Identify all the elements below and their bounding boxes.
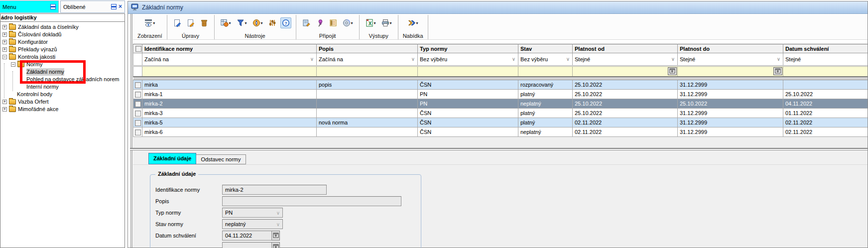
collapse-icon[interactable]: − [11, 62, 15, 67]
delete-record-button[interactable] [199, 17, 210, 28]
tree-item-kontrola-jakosti[interactable]: −Kontrola jakosti [0, 53, 124, 61]
calendar-button[interactable] [272, 242, 280, 248]
filter-input-typ-normy[interactable] [418, 67, 518, 77]
column-header-datum-schvaleni[interactable]: Datum schválení [783, 44, 868, 53]
tab-menu[interactable]: Menu [0, 0, 59, 13]
filter-button[interactable]: ▾ [235, 17, 248, 28]
compass-button[interactable]: ▾ [251, 17, 264, 28]
calendar-button[interactable] [668, 67, 677, 75]
edit-record-button[interactable] [185, 17, 196, 28]
filter-input-identifikace-normy[interactable] [142, 67, 317, 77]
dropdown-arrow-icon[interactable]: ▾ [153, 21, 155, 25]
filter-input-popis[interactable] [317, 67, 418, 77]
column-header-identifikace-normy[interactable]: Identifikace normy [142, 44, 317, 53]
field-row: Stav normyneplatný∨ [155, 219, 283, 229]
groupbox-title: Základní údaje [155, 171, 198, 177]
panel-splitter-gutter[interactable] [130, 14, 132, 248]
grid-row-mirka-6[interactable]: mirka-6ČSNneplatný02.11.202231.12.299902… [133, 127, 868, 137]
grid-cell: neplatný [518, 99, 573, 109]
new-record-button[interactable] [172, 17, 183, 28]
filter-input-platnost-do[interactable] [678, 67, 783, 77]
tree-item-zakladni-data-a-ciselniky[interactable]: +Základní data a číselníky [0, 23, 124, 31]
column-header-popis[interactable]: Popis [317, 44, 418, 53]
sliders-button[interactable] [267, 17, 278, 28]
excel-button[interactable]: X▾ [364, 17, 377, 28]
help-button[interactable]: ? [280, 17, 291, 28]
row-checkbox[interactable] [135, 111, 141, 117]
filter-select-popis[interactable]: Začíná na∨ [317, 53, 418, 66]
grid-cell: neplatný [518, 127, 573, 137]
filter-input-stav[interactable] [518, 67, 573, 77]
collapse-icon[interactable]: − [2, 55, 7, 59]
tree-item-interni-normy[interactable]: Interní normy [0, 83, 124, 91]
close-icon[interactable]: × [119, 4, 122, 9]
dropdown-arrow-icon[interactable]: ▾ [416, 21, 418, 25]
note-button[interactable] [301, 17, 312, 28]
field-input[interactable] [222, 242, 272, 248]
pin-button[interactable] [314, 17, 325, 28]
typ-normy-input[interactable]: PN∨ [222, 208, 283, 218]
grid-row-mirka[interactable]: mirkapopisČSNrozpracovaný25.10.202231.12… [133, 80, 868, 90]
chevron-down-icon: ∨ [310, 56, 314, 62]
tree-item-vazba-orfert[interactable]: +Vazba Orfert [0, 98, 124, 106]
filter-select-typ-normy[interactable]: Bez výběru∨ [418, 53, 518, 66]
tree-item-preklady-vyrazu[interactable]: +Překlady výrazů [0, 46, 124, 53]
popis-input[interactable] [222, 196, 401, 206]
select-all-header[interactable] [133, 44, 142, 53]
filter-select-platnost-od[interactable]: Stejné∨ [573, 53, 678, 66]
grid-row-mirka-1[interactable]: mirka-1PNplatný25.10.202231.12.299925.10… [133, 90, 868, 99]
row-checkbox[interactable] [135, 101, 141, 107]
filter-input-platnost-od[interactable] [573, 67, 678, 77]
expand-icon[interactable]: + [2, 40, 7, 44]
dropdown-arrow-icon[interactable]: ▾ [390, 21, 392, 25]
datum-schvaleni-input[interactable]: 04.11.2022 [222, 231, 272, 241]
stav-normy-input[interactable]: neplatný∨ [222, 219, 283, 229]
tree-item-label: Vazba Orfert [18, 98, 49, 106]
dropdown-arrow-icon[interactable]: ▾ [351, 21, 353, 25]
filter-select-stav[interactable]: Bez výběru∨ [518, 53, 573, 66]
disc-button[interactable]: ▾ [341, 17, 355, 28]
printer-button[interactable]: ▾ [380, 17, 393, 28]
dropdown-arrow-icon[interactable]: ▾ [245, 21, 247, 25]
checklist-button[interactable] [328, 17, 339, 28]
tree-item-mimoradne-akce[interactable]: +Mimořádné akce [0, 106, 124, 113]
tree-item-cislovani-dokladu[interactable]: +Číslování dokladů [0, 31, 124, 38]
expand-icon[interactable]: + [2, 47, 7, 52]
dropdown-arrow-icon[interactable]: ▾ [229, 21, 231, 25]
table-settings-button[interactable]: ▾ [219, 17, 233, 28]
tree-item-konfigurator[interactable]: +Konfigurátor [0, 38, 124, 46]
filter-select-datum-schvaleni[interactable]: Stejné∨ [783, 53, 868, 66]
column-header-platnost-do[interactable]: Platnost do [678, 44, 783, 53]
view-button[interactable]: ▾ [143, 17, 156, 28]
filter-select-platnost-do[interactable]: Stejné∨ [678, 53, 783, 66]
filter-input-datum-schvaleni[interactable] [783, 67, 868, 77]
column-header-stav[interactable]: Stav [518, 44, 573, 53]
identifikace-normy-input[interactable]: mirka-2 [222, 185, 327, 195]
row-checkbox[interactable] [135, 92, 141, 98]
tab-odstavec-normy[interactable]: Odstavec normy [196, 154, 246, 164]
header-checkbox[interactable] [135, 46, 141, 52]
dropdown-arrow-icon[interactable]: ▾ [261, 21, 263, 25]
grid-row-mirka-2[interactable]: mirka-2PNneplatný25.10.202225.10.202204.… [133, 99, 868, 109]
filter-select-identifikace-normy[interactable]: Začíná na∨ [142, 53, 317, 66]
tab-zakladni-udaje[interactable]: Základní údaje [148, 153, 196, 164]
calendar-button[interactable] [773, 67, 782, 75]
calendar-button[interactable] [272, 231, 280, 241]
expand-icon[interactable]: + [2, 107, 7, 112]
grid-cell: PN [418, 90, 518, 99]
row-checkbox[interactable] [135, 129, 141, 135]
chevrons-button[interactable]: ▾ [406, 17, 420, 28]
column-header-platnost-od[interactable]: Platnost od [573, 44, 678, 53]
dropdown-arrow-icon[interactable]: ▾ [374, 21, 376, 25]
tree-item-kontrolni-body[interactable]: Kontrolní body [0, 91, 124, 98]
row-checkbox[interactable] [135, 82, 141, 88]
row-checkbox[interactable] [135, 120, 141, 126]
grid-row-mirka-5[interactable]: mirka-5nová normaČSNplatný02.11.202231.1… [133, 118, 868, 127]
expand-icon[interactable]: + [2, 25, 7, 29]
expand-icon[interactable]: + [2, 32, 7, 37]
grid-row-mirka-3[interactable]: mirka-3ČSNplatný25.10.202231.12.299901.1… [133, 109, 868, 118]
expand-icon[interactable]: + [2, 100, 7, 104]
tab-oblibene[interactable]: Oblíbené × [60, 0, 125, 13]
toolbar-group-label: Nástroje [245, 33, 265, 39]
column-header-typ-normy[interactable]: Typ normy [418, 44, 518, 53]
